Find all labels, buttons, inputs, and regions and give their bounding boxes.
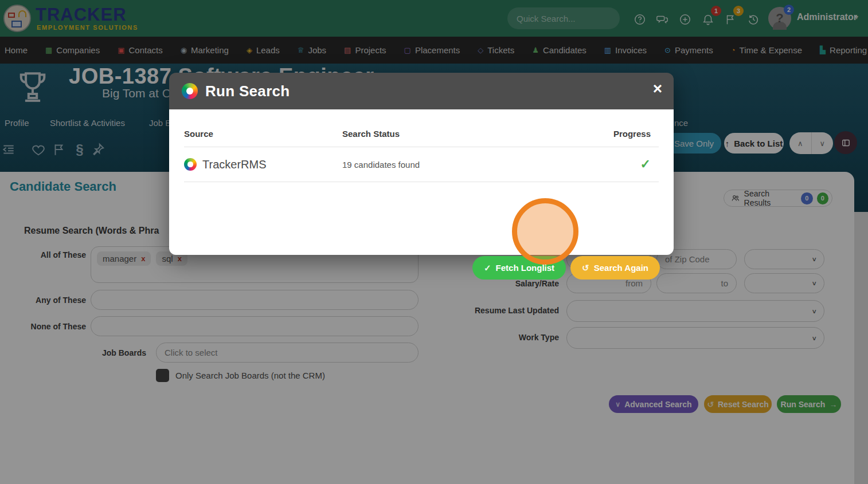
column-search-status: Search Status — [342, 129, 604, 139]
app-window: TRACKER EMPLOYMENT SOLUTIONS 1 3 ? 2 Adm… — [0, 0, 868, 484]
column-progress: Progress — [604, 129, 659, 139]
trackerrms-logo-icon — [182, 83, 198, 99]
modal-title: Run Search — [205, 82, 290, 100]
table-row: TrackerRMS 19 candidates found ✓ — [184, 147, 659, 182]
modal-body: Source Search Status Progress TrackerRMS… — [169, 109, 674, 255]
run-search-modal: Run Search × Source Search Status Progre… — [169, 73, 674, 255]
highlight-circle-annotation — [512, 198, 578, 265]
undo-icon: ↺ — [582, 263, 589, 273]
results-table-header: Source Search Status Progress — [184, 129, 659, 147]
status-text: 19 candidates found — [342, 160, 604, 170]
search-again-button[interactable]: ↺ Search Again — [570, 256, 660, 280]
trackerrms-source-icon — [184, 158, 197, 171]
column-source: Source — [184, 129, 342, 139]
close-icon[interactable]: × — [653, 81, 662, 97]
source-name: TrackerRMS — [202, 158, 266, 171]
success-check-icon: ✓ — [604, 157, 659, 172]
modal-header: Run Search × — [169, 73, 674, 109]
check-icon: ✓ — [484, 263, 491, 273]
